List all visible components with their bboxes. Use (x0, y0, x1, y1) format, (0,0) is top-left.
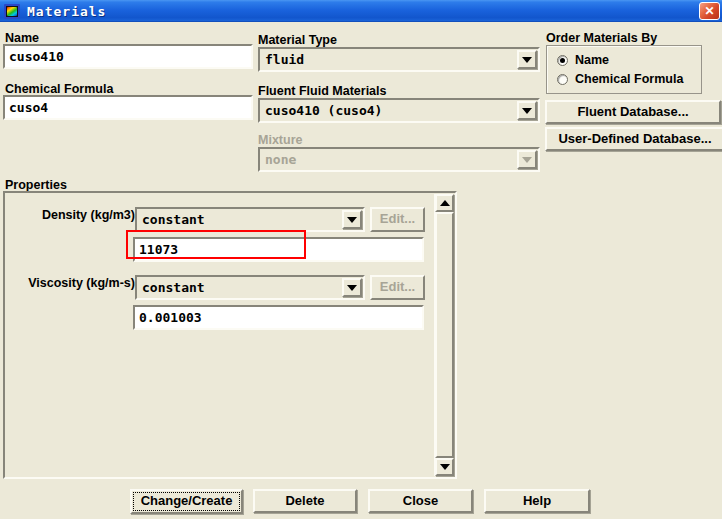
order-materials-by-label: Order Materials By (546, 31, 657, 45)
fluent-fluid-materials-select[interactable]: cuso410 (cuso4) (258, 98, 540, 123)
properties-label: Properties (5, 178, 67, 192)
radio-unselected-icon (557, 74, 568, 85)
radio-selected-icon (557, 55, 568, 66)
change-create-button[interactable]: Change/Create (130, 489, 243, 514)
material-type-value: fluid (265, 51, 514, 68)
delete-button[interactable]: Delete (253, 489, 357, 513)
chemical-formula-input[interactable]: cuso4 (3, 95, 253, 120)
fluent-database-button[interactable]: Fluent Database... (545, 100, 721, 124)
user-defined-database-button[interactable]: User-Defined Database... (545, 127, 722, 151)
close-button[interactable]: Close (368, 489, 473, 513)
viscosity-dropdown-button[interactable] (342, 278, 362, 297)
fluent-fluid-materials-dropdown-button[interactable] (517, 101, 537, 120)
density-method-value: constant (142, 211, 339, 228)
material-type-dropdown-button[interactable] (517, 50, 537, 69)
scroll-down-icon (440, 464, 450, 470)
materials-dialog: Materials ✕ Name cuso410 Chemical Formul… (0, 0, 722, 519)
fluent-fluid-materials-value: cuso410 (cuso4) (265, 102, 514, 119)
chevron-down-icon (347, 217, 357, 223)
material-type-label: Material Type (258, 33, 337, 47)
title-bar[interactable]: Materials ✕ (0, 0, 722, 22)
radio-chemical-formula-label: Chemical Formula (575, 72, 683, 86)
viscosity-label: Viscosity (kg/m-s) (15, 276, 135, 290)
chevron-down-icon (522, 108, 532, 114)
help-button[interactable]: Help (484, 489, 590, 513)
mixture-dropdown-button (517, 150, 537, 169)
viscosity-value-input[interactable]: 0.001003 (133, 305, 424, 330)
order-materials-by-group: Name Chemical Formula (546, 45, 702, 94)
scroll-down-button[interactable] (435, 458, 454, 476)
fluent-app-icon (4, 4, 20, 19)
mixture-label: Mixture (258, 133, 302, 147)
scrollbar-thumb[interactable] (435, 212, 454, 458)
fluent-fluid-materials-label: Fluent Fluid Materials (258, 84, 387, 98)
chevron-down-icon (347, 285, 357, 291)
viscosity-method-select[interactable]: constant (135, 275, 365, 300)
viscosity-edit-button: Edit... (370, 275, 425, 300)
density-value-input[interactable]: 11073 (133, 237, 424, 262)
density-label: Density (kg/m3) (25, 208, 135, 222)
scroll-up-button[interactable] (435, 194, 454, 212)
viscosity-method-value: constant (142, 279, 339, 296)
name-input[interactable]: cuso410 (3, 44, 253, 69)
scroll-up-icon (440, 200, 450, 206)
mixture-value: none (265, 151, 514, 168)
radio-order-by-name[interactable]: Name (557, 53, 609, 67)
chevron-down-icon (522, 57, 532, 63)
chemical-formula-label: Chemical Formula (5, 82, 113, 96)
name-label: Name (5, 31, 39, 45)
mixture-select: none (258, 147, 540, 172)
window-title: Materials (27, 4, 106, 19)
properties-scrollbar[interactable] (434, 194, 453, 476)
radio-order-by-chemical-formula[interactable]: Chemical Formula (557, 72, 683, 86)
close-icon[interactable]: ✕ (699, 2, 720, 20)
density-dropdown-button[interactable] (342, 210, 362, 229)
density-method-select[interactable]: constant (135, 207, 365, 232)
density-edit-button: Edit... (370, 207, 425, 232)
material-type-select[interactable]: fluid (258, 47, 540, 72)
chevron-down-icon (522, 157, 532, 163)
properties-panel: Density (kg/m3) constant Edit... 11073 V… (3, 191, 457, 479)
radio-name-label: Name (575, 53, 609, 67)
